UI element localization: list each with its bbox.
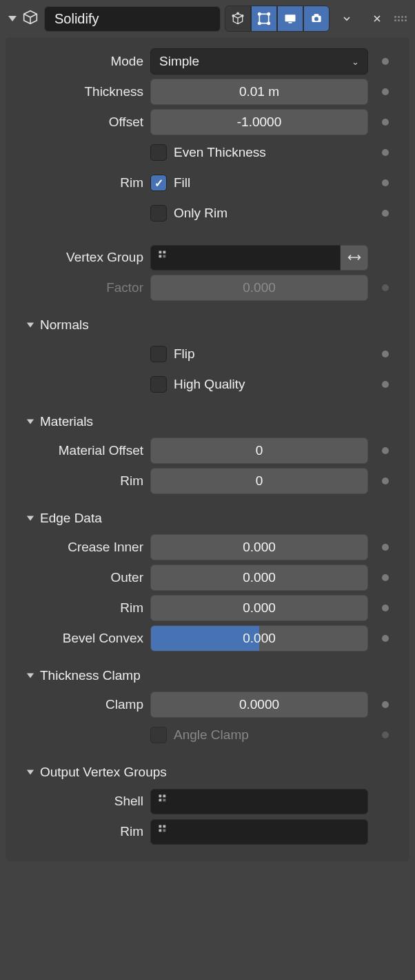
svg-point-4 [259, 13, 261, 15]
output-vg-title: Output Vertex Groups [40, 765, 167, 780]
display-toggles [225, 6, 330, 32]
edge-data-title: Edge Data [40, 511, 102, 526]
rim-label: Rim [26, 175, 143, 190]
delete-modifier-button[interactable] [364, 6, 390, 32]
invert-vertex-group-button[interactable] [341, 245, 368, 271]
only-rim-label: Only Rim [174, 206, 227, 221]
pin-dot[interactable] [382, 351, 389, 357]
pin-dot[interactable] [382, 88, 389, 95]
svg-rect-17 [159, 794, 162, 797]
flip-label: Flip [174, 346, 195, 362]
thickness-clamp-title: Thickness Clamp [40, 668, 141, 683]
pin-dot[interactable] [382, 284, 389, 291]
chevron-down-icon: ⌄ [352, 57, 359, 67]
pin-dot[interactable] [382, 605, 389, 611]
pin-dot[interactable] [382, 635, 389, 642]
pin-dot[interactable] [382, 58, 389, 65]
crease-rim-input[interactable]: 0.000 [150, 595, 368, 621]
expand-icon [27, 323, 34, 328]
show-in-editmode-toggle[interactable] [251, 6, 277, 32]
factor-input[interactable]: 0.000 [150, 275, 368, 301]
modifier-header: Solidify [3, 3, 412, 35]
materials-header[interactable]: Materials [26, 407, 389, 433]
modifier-body: Mode Simple ⌄ Thickness 0.01 m Offset -1… [6, 37, 409, 861]
only-rim-checkbox[interactable] [150, 205, 167, 222]
expand-toggle-icon[interactable] [8, 16, 17, 21]
expand-icon [27, 674, 34, 678]
pin-dot[interactable] [382, 119, 389, 126]
high-quality-label: High Quality [174, 377, 245, 392]
vertex-group-icon [158, 250, 170, 266]
high-quality-checkbox[interactable] [150, 376, 167, 393]
svg-point-1 [241, 15, 243, 17]
extras-dropdown[interactable] [334, 6, 360, 32]
show-in-render-toggle[interactable] [303, 6, 330, 32]
pin-dot[interactable] [382, 574, 389, 581]
pin-dot[interactable] [382, 732, 389, 738]
material-rim-input[interactable]: 0 [150, 468, 368, 494]
fill-label: Fill [174, 175, 190, 190]
materials-title: Materials [40, 414, 93, 429]
pin-dot[interactable] [382, 149, 389, 156]
mode-label: Mode [26, 54, 143, 69]
crease-outer-input[interactable]: 0.000 [150, 565, 368, 591]
rim-vertex-group-input[interactable] [150, 819, 368, 845]
show-in-viewport-toggle[interactable] [277, 6, 303, 32]
pin-dot[interactable] [382, 447, 389, 454]
thickness-label: Thickness [26, 84, 143, 99]
svg-rect-16 [163, 255, 166, 257]
pin-dot[interactable] [382, 478, 389, 484]
svg-point-0 [232, 15, 234, 17]
angle-clamp-checkbox[interactable] [150, 727, 167, 743]
normals-title: Normals [40, 317, 89, 333]
normals-header[interactable]: Normals [26, 311, 389, 337]
thickness-clamp-header[interactable]: Thickness Clamp [26, 661, 389, 687]
svg-rect-18 [163, 794, 166, 797]
pin-dot[interactable] [382, 179, 389, 186]
output-vg-header[interactable]: Output Vertex Groups [26, 758, 389, 784]
expand-icon [27, 770, 34, 775]
bevel-convex-input[interactable]: 0.000 [150, 625, 368, 651]
mode-dropdown[interactable]: Simple ⌄ [150, 48, 368, 75]
pin-dot[interactable] [382, 381, 389, 388]
crease-outer-label: Outer [26, 570, 143, 585]
even-thickness-checkbox[interactable] [150, 144, 167, 161]
material-rim-label: Rim [26, 473, 143, 489]
pin-dot[interactable] [382, 701, 389, 708]
svg-rect-15 [159, 255, 162, 257]
pin-dot[interactable] [382, 544, 389, 551]
svg-rect-19 [159, 798, 162, 801]
svg-rect-3 [259, 14, 268, 23]
vertex-group-input[interactable] [150, 245, 341, 271]
even-thickness-label: Even Thickness [174, 145, 266, 160]
bevel-convex-label: Bevel Convex [26, 631, 143, 646]
svg-rect-11 [314, 14, 319, 16]
pin-dot[interactable] [382, 210, 389, 217]
vertex-group-label: Vertex Group [26, 250, 143, 265]
svg-point-6 [259, 22, 261, 24]
crease-rim-label: Rim [26, 600, 143, 616]
clamp-input[interactable]: 0.0000 [150, 692, 368, 718]
crease-inner-input[interactable]: 0.000 [150, 534, 368, 560]
svg-rect-23 [159, 829, 162, 832]
show-on-cage-toggle[interactable] [225, 6, 251, 32]
offset-input[interactable]: -1.0000 [150, 109, 368, 135]
svg-rect-8 [285, 14, 296, 21]
svg-rect-9 [289, 22, 292, 23]
drag-handle[interactable] [394, 16, 407, 21]
flip-checkbox[interactable] [150, 346, 167, 362]
factor-label: Factor [26, 280, 143, 295]
expand-icon [27, 516, 34, 521]
modifier-name-input[interactable]: Solidify [44, 6, 221, 32]
vertex-group-icon [158, 794, 170, 810]
shell-vertex-group-input[interactable] [150, 789, 368, 814]
fill-checkbox[interactable] [150, 175, 167, 191]
material-offset-input[interactable]: 0 [150, 438, 368, 464]
svg-rect-20 [163, 798, 166, 801]
edge-data-header[interactable]: Edge Data [26, 504, 389, 530]
vertex-group-icon [158, 824, 170, 840]
svg-rect-13 [159, 251, 162, 253]
thickness-input[interactable]: 0.01 m [150, 79, 368, 105]
solidify-icon [21, 8, 40, 30]
clamp-label: Clamp [26, 697, 143, 712]
